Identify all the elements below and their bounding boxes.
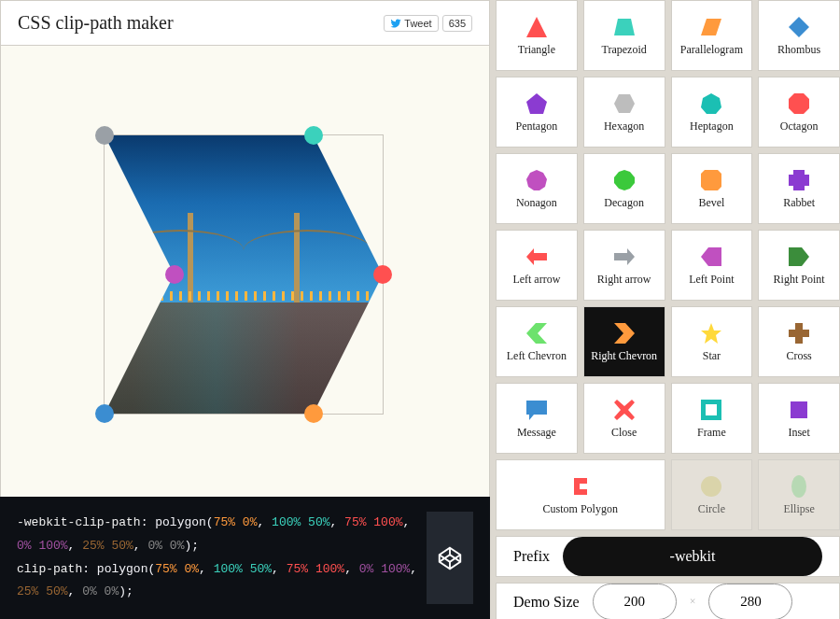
pentagon-icon xyxy=(525,91,549,116)
shape-label: Parallelogram xyxy=(680,43,743,57)
prefix-button[interactable]: -webkit xyxy=(563,537,822,576)
shape-inset[interactable]: Inset xyxy=(758,383,840,454)
demo-size-row: Demo Size × xyxy=(496,583,840,619)
hexagon-icon xyxy=(612,91,637,116)
clip-handle[interactable] xyxy=(165,265,184,284)
circle-icon xyxy=(699,474,723,499)
shape-label: Circle xyxy=(698,502,725,516)
parallelogram-icon xyxy=(699,15,723,39)
shape-label: Left arrow xyxy=(512,273,560,287)
shape-label: Rhombus xyxy=(777,43,820,57)
shape-label: Right Chevron xyxy=(591,349,657,363)
shape-decagon[interactable]: Decagon xyxy=(583,153,665,224)
left-point-icon xyxy=(699,245,723,269)
shape-label: Trapezoid xyxy=(602,43,647,57)
shape-label: Frame xyxy=(697,426,726,440)
decagon-icon xyxy=(612,168,637,192)
right-chevron-icon xyxy=(612,321,637,345)
ellipse-icon xyxy=(787,474,811,499)
triangle-icon xyxy=(525,15,549,39)
shape-label: Custom Polygon xyxy=(543,502,618,516)
shape-trapezoid[interactable]: Trapezoid xyxy=(583,0,665,71)
shape-message[interactable]: Message xyxy=(496,383,578,454)
shape-cross[interactable]: Cross xyxy=(758,306,840,377)
shape-left-chevron[interactable]: Left Chevron xyxy=(496,306,578,377)
shape-octagon[interactable]: Octagon xyxy=(758,77,840,148)
tweet-button[interactable]: Tweet xyxy=(384,15,438,32)
canvas[interactable] xyxy=(0,46,490,497)
shape-right-arrow[interactable]: Right arrow xyxy=(583,230,665,301)
demo-height-input[interactable] xyxy=(708,584,792,619)
cross-icon xyxy=(787,321,811,345)
shape-rabbet[interactable]: Rabbet xyxy=(758,153,840,224)
shape-heptagon[interactable]: Heptagon xyxy=(671,77,753,148)
rhombus-icon xyxy=(787,15,811,39)
shape-label: Hexagon xyxy=(604,120,644,134)
shape-pentagon[interactable]: Pentagon xyxy=(496,77,578,148)
right-arrow-icon xyxy=(612,245,637,269)
shape-bevel[interactable]: Bevel xyxy=(671,153,753,224)
shape-label: Heptagon xyxy=(690,120,734,134)
shape-left-point[interactable]: Left Point xyxy=(671,230,753,301)
shape-label: Octagon xyxy=(780,120,819,134)
shape-label: Left Chevron xyxy=(507,349,567,363)
shape-right-point[interactable]: Right Point xyxy=(758,230,840,301)
demo-width-input[interactable] xyxy=(593,584,677,619)
shape-hexagon[interactable]: Hexagon xyxy=(583,77,665,148)
shape-label: Bevel xyxy=(698,196,724,210)
shape-label: Pentagon xyxy=(516,120,558,134)
svg-point-3 xyxy=(701,476,721,497)
tweet-widget: Tweet 635 xyxy=(384,15,472,32)
clip-handle[interactable] xyxy=(95,404,114,423)
clip-handle[interactable] xyxy=(304,404,323,423)
tweet-count: 635 xyxy=(442,15,472,32)
shape-label: Ellipse xyxy=(783,502,814,516)
codepen-icon xyxy=(436,544,464,572)
demo-size-label: Demo Size xyxy=(513,594,580,611)
prefix-row: Prefix -webkit xyxy=(496,536,840,577)
rabbet-icon xyxy=(787,168,811,192)
shape-star[interactable]: Star xyxy=(671,306,753,377)
twitter-icon xyxy=(390,18,401,29)
shape-circle: Circle xyxy=(671,459,753,530)
heptagon-icon xyxy=(699,91,723,116)
size-separator: × xyxy=(690,595,696,609)
close-icon xyxy=(612,398,637,422)
shape-label: Close xyxy=(611,426,637,440)
clip-handle[interactable] xyxy=(373,265,392,284)
shape-custom[interactable]: Custom Polygon xyxy=(496,459,665,530)
clip-handle[interactable] xyxy=(304,126,323,145)
shape-right-chevron[interactable]: Right Chevron xyxy=(583,306,665,377)
shape-label: Inset xyxy=(788,426,809,440)
code-output[interactable]: -webkit-clip-path: polygon(75% 0%, 100% … xyxy=(17,512,421,604)
header: CSS clip-path maker Tweet 635 xyxy=(0,0,490,46)
shape-nonagon[interactable]: Nonagon xyxy=(496,153,578,224)
shape-left-arrow[interactable]: Left arrow xyxy=(496,230,578,301)
octagon-icon xyxy=(787,91,811,116)
page-title: CSS clip-path maker xyxy=(18,12,174,34)
shape-label: Right Point xyxy=(774,273,825,287)
shape-triangle[interactable]: Triangle xyxy=(496,0,578,71)
shape-label: Triangle xyxy=(518,43,555,57)
frame-icon xyxy=(699,398,723,422)
shape-label: Nonagon xyxy=(516,196,557,210)
shape-rhombus[interactable]: Rhombus xyxy=(758,0,840,71)
shape-label: Cross xyxy=(786,349,811,363)
custom-icon xyxy=(568,474,593,499)
shape-parallelogram[interactable]: Parallelogram xyxy=(671,0,753,71)
shape-frame[interactable]: Frame xyxy=(671,383,753,454)
bevel-icon xyxy=(699,168,723,192)
clip-handle[interactable] xyxy=(95,126,114,145)
left-chevron-icon xyxy=(525,321,549,345)
shape-close[interactable]: Close xyxy=(583,383,665,454)
codepen-button[interactable] xyxy=(427,512,473,604)
inset-icon xyxy=(787,398,811,422)
trapezoid-icon xyxy=(612,15,637,39)
clip-canvas[interactable] xyxy=(104,134,384,415)
right-point-icon xyxy=(787,245,811,269)
shape-ellipse: Ellipse xyxy=(758,459,840,530)
left-arrow-icon xyxy=(525,245,549,269)
shape-label: Decagon xyxy=(604,196,644,210)
shape-grid: TriangleTrapezoidParallelogramRhombusPen… xyxy=(496,0,840,530)
shape-label: Rabbet xyxy=(783,196,815,210)
